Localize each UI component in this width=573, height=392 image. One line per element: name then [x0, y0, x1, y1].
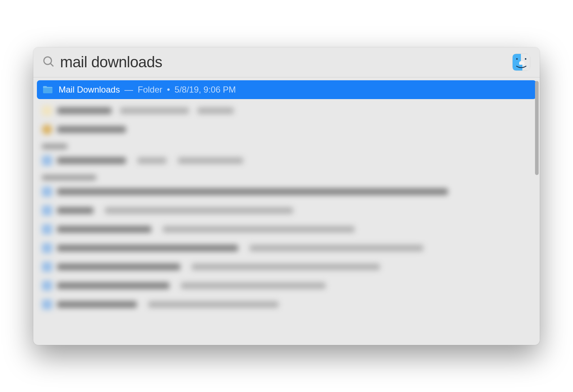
- svg-point-3: [516, 58, 518, 59]
- svg-point-4: [525, 58, 526, 59]
- results-panel: Mail Downloads — Folder • 5/8/19, 9:06 P…: [33, 77, 540, 345]
- search-input[interactable]: [60, 54, 506, 71]
- svg-point-0: [44, 57, 51, 64]
- blurred-results: [37, 101, 536, 314]
- search-header: [33, 47, 540, 77]
- result-text: Mail Downloads — Folder • 5/8/19, 9:06 P…: [59, 85, 236, 95]
- folder-icon: [42, 84, 54, 95]
- svg-line-1: [50, 63, 53, 66]
- finder-icon: [512, 52, 531, 72]
- spotlight-window: Mail Downloads — Folder • 5/8/19, 9:06 P…: [33, 47, 540, 345]
- scrollbar-track[interactable]: [534, 77, 540, 345]
- search-icon: [42, 55, 55, 69]
- result-row-selected[interactable]: Mail Downloads — Folder • 5/8/19, 9:06 P…: [37, 80, 536, 99]
- result-title: Mail Downloads: [59, 85, 120, 95]
- result-kind: Folder: [138, 85, 162, 95]
- scrollbar-thumb[interactable]: [535, 81, 539, 175]
- result-date: 5/8/19, 9:06 PM: [175, 85, 236, 95]
